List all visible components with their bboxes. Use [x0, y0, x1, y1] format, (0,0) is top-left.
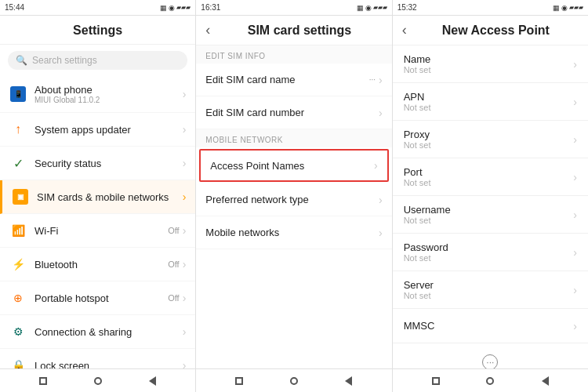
system-apps-label: System apps updater: [34, 124, 183, 136]
nav-square-2[interactable]: [233, 375, 245, 387]
nav-bar-2: [196, 369, 392, 392]
network-type-label: Preferred network type: [205, 194, 379, 205]
wifi-icon: 📶: [9, 222, 27, 239]
status-bar-1: 15:44 ▦◉▰▰▰: [0, 0, 195, 16]
name-item[interactable]: Name Not set ›: [393, 45, 588, 83]
connection-content: Connection & sharing: [34, 326, 183, 338]
port-chevron: ›: [573, 171, 577, 183]
status-icons-3: ▦◉▰▰▰: [553, 4, 583, 12]
mobile-network-header: MOBILE NETWORK: [196, 129, 391, 147]
system-apps-chevron: ›: [183, 123, 187, 136]
server-content: Server Not set: [404, 279, 574, 300]
mmsc-label: MMSC: [404, 320, 574, 332]
bluetooth-icon: ⚡: [9, 256, 27, 273]
status-icons-1: ▦◉▰▰▰: [160, 4, 191, 12]
triangle-icon-1: [149, 376, 156, 386]
new-apn-title: New Access Point: [413, 24, 579, 38]
lock-chevron: ›: [183, 359, 187, 368]
more-circle-icon: ···: [482, 354, 498, 368]
sim-icon: ▣: [12, 188, 29, 205]
password-item[interactable]: Password Not set ›: [393, 234, 588, 271]
username-label: Username: [404, 204, 574, 216]
settings-item-wifi[interactable]: 📶 Wi-Fi Off ›: [0, 214, 195, 248]
mmsc-item[interactable]: MMSC ›: [393, 309, 588, 343]
edit-sim-name-item[interactable]: Edit SIM card name ··· ›: [196, 64, 391, 96]
new-apn-panel: ‹ New Access Point Name Not set › APN No…: [393, 16, 588, 368]
edit-sim-name-content: Edit SIM card name: [205, 74, 368, 85]
name-label: Name: [404, 53, 574, 65]
new-apn-list: Name Not set › APN Not set › Proxy Not: [393, 45, 588, 368]
edit-sim-name-right: ··· ›: [369, 74, 383, 86]
settings-item-connection[interactable]: ⚙ Connection & sharing ›: [0, 315, 195, 349]
security-label: Security status: [34, 158, 183, 169]
circle-icon-2: [290, 377, 298, 385]
nav-bars: [0, 368, 588, 392]
about-phone-chevron: ›: [183, 88, 187, 100]
security-content: Security status: [34, 158, 183, 169]
connection-chevron: ›: [183, 325, 187, 338]
nav-back-2[interactable]: [343, 375, 355, 387]
port-item[interactable]: Port Not set ›: [393, 158, 588, 196]
apn-field-chevron: ›: [573, 96, 577, 108]
edit-sim-header: EDIT SIM INFO: [196, 45, 391, 64]
new-apn-back-button[interactable]: ‹: [402, 22, 407, 38]
search-bar[interactable]: 🔍 Search settings: [8, 51, 187, 70]
apn-right: ›: [374, 159, 378, 172]
settings-item-hotspot[interactable]: ⊕ Portable hotspot Off ›: [0, 281, 195, 315]
settings-list: 📱 About phone MIUI Global 11.0.2 › ↑: [0, 76, 195, 368]
apn-item[interactable]: Access Point Names ›: [199, 149, 388, 182]
nav-square-1[interactable]: [37, 375, 49, 387]
port-content: Port Not set: [404, 166, 574, 187]
hotspot-value: Off: [168, 293, 179, 303]
username-item[interactable]: Username Not set ›: [393, 196, 588, 234]
port-label: Port: [404, 166, 574, 178]
bluetooth-chevron: ›: [183, 258, 187, 270]
hotspot-icon: ⊕: [9, 289, 27, 307]
sim-back-button[interactable]: ‹: [205, 22, 210, 38]
apn-content: Access Point Names: [210, 160, 374, 172]
bluetooth-label: Bluetooth: [34, 259, 168, 270]
status-bar-3: 15:32 ▦◉▰▰▰: [392, 0, 588, 16]
system-apps-right: ›: [183, 123, 187, 136]
nav-back-3[interactable]: [539, 375, 551, 387]
server-label: Server: [404, 279, 574, 291]
lock-right: ›: [183, 359, 187, 368]
proxy-label: Proxy: [404, 129, 574, 140]
apn-field-value: Not set: [404, 103, 574, 112]
edit-sim-name-label: Edit SIM card name: [205, 74, 368, 85]
about-phone-label: About phone: [34, 84, 183, 96]
status-bar-2: 16:31 ▦◉▰▰▰: [195, 0, 391, 16]
proxy-item[interactable]: Proxy Not set ›: [393, 121, 588, 158]
sim-settings-header: ‹ SIM card settings: [196, 16, 391, 45]
nav-square-3[interactable]: [430, 375, 442, 387]
settings-item-security[interactable]: ✓ Security status ›: [0, 147, 195, 180]
nav-circle-1[interactable]: [92, 375, 104, 387]
nav-back-1[interactable]: [146, 375, 158, 387]
nav-circle-2[interactable]: [288, 375, 300, 387]
network-type-content: Preferred network type: [205, 194, 379, 205]
settings-item-sim[interactable]: ▣ SIM cards & mobile networks ›: [0, 180, 195, 214]
search-icon: 🔍: [16, 55, 27, 66]
port-value: Not set: [404, 178, 574, 187]
sim-settings-panel: ‹ SIM card settings EDIT SIM INFO Edit S…: [196, 16, 392, 368]
network-type-item[interactable]: Preferred network type ›: [196, 183, 391, 216]
mobile-networks-chevron: ›: [379, 227, 383, 239]
edit-sim-number-item[interactable]: Edit SIM card number ›: [196, 96, 391, 129]
settings-item-bluetooth[interactable]: ⚡ Bluetooth Off ›: [0, 248, 195, 281]
mobile-networks-item[interactable]: Mobile networks ›: [196, 216, 391, 249]
about-phone-content: About phone MIUI Global 11.0.2: [34, 84, 183, 104]
apn-field-item[interactable]: APN Not set ›: [393, 83, 588, 121]
hotspot-label: Portable hotspot: [34, 292, 168, 304]
nav-circle-3[interactable]: [484, 375, 496, 387]
settings-item-lock[interactable]: 🔒 Lock screen ›: [0, 349, 195, 368]
network-type-chevron: ›: [379, 194, 383, 206]
settings-item-about-phone[interactable]: 📱 About phone MIUI Global 11.0.2 ›: [0, 76, 195, 113]
server-item[interactable]: Server Not set ›: [393, 271, 588, 309]
password-chevron: ›: [573, 246, 577, 259]
time-1: 15:44: [5, 3, 24, 12]
sim-chevron: ›: [183, 191, 187, 203]
more-button[interactable]: ··· More: [482, 350, 499, 368]
apn-chevron: ›: [374, 159, 378, 172]
lock-icon: 🔒: [9, 357, 27, 368]
settings-item-system-apps[interactable]: ↑ System apps updater ›: [0, 113, 195, 147]
